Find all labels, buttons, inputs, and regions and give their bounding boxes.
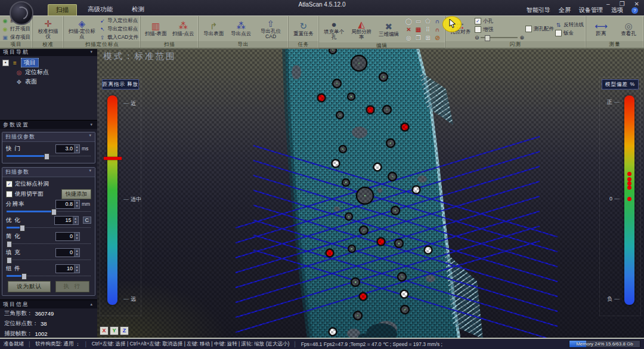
button-扫描-定位标点[interactable]: ◈扫描-定位标点 [66, 18, 98, 40]
refresh-button[interactable]: C [83, 217, 92, 224]
collapse-icon[interactable]: ▾ [90, 48, 94, 56]
param-slider[interactable] [7, 241, 91, 246]
axis-button-X[interactable]: X [100, 326, 109, 335]
button-校准扫描仪[interactable]: ✛校准扫描仪 [35, 18, 61, 40]
tree-item-root[interactable]: ▪≡项目 [2, 58, 96, 67]
param-slider[interactable] [7, 225, 91, 230]
value-spinner[interactable]: 0.8▲▼ [55, 200, 80, 209]
checkbox-使用切平面[interactable]: 使用切平面快捷添加 [6, 189, 91, 199]
button-反转法线[interactable]: ⇅反转法线 [555, 21, 584, 29]
button-查看孔[interactable]: ◎查看孔 [615, 21, 642, 36]
slider-thumb[interactable] [21, 273, 27, 280]
dot-fill-icon[interactable]: ⠿ [423, 26, 432, 33]
button-三维编辑[interactable]: ✖三维编辑 [376, 21, 402, 37]
expander-icon[interactable]: ▪ [2, 60, 9, 66]
axis-button-Y[interactable]: Y [110, 326, 119, 335]
tab-高级功能[interactable]: 高级功能 [79, 4, 121, 16]
value-spinner[interactable]: 3.0▲▼ [55, 144, 80, 153]
checkbox-测孔配件[interactable]: 测孔配件 [525, 26, 554, 33]
mesh-tool-icon[interactable]: ⊞ [423, 34, 432, 42]
param-slider[interactable] [7, 273, 91, 279]
collapse-icon[interactable]: ▾ [90, 121, 94, 129]
tab-扫描[interactable]: 扫描 [48, 4, 77, 16]
button-导出定位标点[interactable]: ➷导出定位标点 [99, 26, 138, 33]
viewport-3d[interactable]: 模式：标准范围 距离指示 释放—近—适中—远 模型偏差 %正—0—负— XYZ [97, 47, 644, 339]
grid-fill-icon[interactable]: ▦ [414, 26, 423, 33]
slider-track[interactable] [481, 37, 518, 38]
spinner-arrows[interactable]: ▲▼ [74, 265, 79, 273]
button-扫描-表面[interactable]: ▥扫描-表面 [143, 21, 169, 36]
value-spinner[interactable]: 0▲▼ [55, 232, 80, 241]
rect-select-icon[interactable]: ▭ [414, 17, 423, 25]
menu-设备管理[interactable]: 设备管理 [579, 6, 603, 14]
button-导出点云[interactable]: ⁂导出点云 [228, 21, 254, 36]
slider-thumb[interactable] [20, 225, 25, 231]
bridge-tool2-icon[interactable]: ∩ [433, 26, 442, 33]
collapse-icon[interactable]: ▴ [90, 300, 94, 308]
collapse-icon[interactable]: ▾ [89, 168, 92, 173]
plus-icon[interactable]: ⊕ [519, 35, 524, 41]
delete-selection-icon[interactable]: ✕ [404, 26, 413, 33]
tab-检测[interactable]: 检测 [123, 4, 153, 16]
button-载入CAD文件[interactable]: ⇪载入CAD文件 [99, 34, 138, 41]
slider-thumb[interactable] [485, 35, 490, 41]
spin-down-icon[interactable]: ▼ [75, 149, 79, 153]
button-填充单个孔[interactable]: ●填充单个孔 [321, 19, 347, 41]
spin-down-icon[interactable]: ▼ [73, 220, 78, 224]
ellipse-select-icon[interactable]: ◯ [404, 17, 413, 25]
project-info-header[interactable]: 项目信息▴ [0, 299, 97, 308]
slider-thumb[interactable] [51, 209, 57, 215]
checkbox-定位标点补洞[interactable]: ✓定位标点补洞 [6, 179, 91, 189]
slider-thumb[interactable] [7, 241, 12, 248]
spin-down-icon[interactable]: ▼ [75, 268, 79, 273]
window-tool-icon[interactable]: ❐ [414, 34, 423, 42]
param-slider[interactable] [7, 257, 91, 262]
spinner-arrows[interactable]: ▲▼ [74, 145, 79, 153]
spinner-arrows[interactable]: ▲▼ [73, 217, 78, 224]
spin-down-icon[interactable]: ▼ [75, 252, 79, 257]
slider-thumb[interactable] [7, 257, 12, 264]
clear-tool-icon[interactable]: ⊘ [433, 34, 442, 42]
circle-tool-icon[interactable]: ◎ [404, 34, 413, 42]
button-局部分辨率[interactable]: ◭局部分辨率 [348, 19, 374, 41]
collapse-icon[interactable]: ▾ [89, 133, 92, 138]
spinner-arrows[interactable]: ▲▼ [74, 200, 79, 208]
button-重置任务[interactable]: ↻重置任务 [290, 21, 317, 36]
slider-thumb[interactable] [44, 153, 49, 160]
button-导入定位标点[interactable]: ➹导入定位标点 [99, 17, 138, 24]
menu-全屏[interactable]: 全屏 [559, 6, 571, 14]
button-距离[interactable]: ⟷距离 [588, 21, 614, 36]
spinner-arrows[interactable]: ▲▼ [74, 233, 79, 240]
menu-选项[interactable]: 选项 [611, 6, 623, 14]
checkbox-小孔[interactable]: ✓小孔 [475, 18, 524, 25]
button-保存项目[interactable]: ▣保存项目 [2, 34, 30, 41]
spin-down-icon[interactable]: ▼ [75, 204, 79, 208]
app-logo-icon[interactable] [10, 1, 33, 25]
button-导出孔位CAD[interactable]: ⇧导出孔位CAD [255, 18, 286, 40]
tree-item-定位标点[interactable]: ◎定位标点 [2, 67, 96, 77]
button-导出表面[interactable]: ↱导出表面 [200, 21, 227, 36]
polygon-select-icon[interactable]: ⬠ [423, 17, 432, 25]
tree-item-表面[interactable]: ✥表面 [2, 77, 96, 87]
value-spinner[interactable]: 0▲▼ [55, 248, 80, 257]
value-spinner[interactable]: 15▲▼ [54, 216, 79, 225]
spinner-arrows[interactable]: ▲▼ [74, 249, 79, 257]
checkbox-钣金[interactable]: 钣金 [555, 30, 584, 37]
checkbox-增强[interactable]: 增强 [475, 26, 524, 33]
execute-button[interactable]: 执 行 [55, 281, 89, 292]
set-default-button[interactable]: 设为默认 [8, 281, 51, 292]
help-icon[interactable]: ? [631, 7, 638, 14]
axis-button-Z[interactable]: Z [120, 326, 129, 335]
quick-add-button[interactable]: 快捷添加 [61, 189, 91, 199]
bridge-tool-icon[interactable]: ∩ [433, 17, 442, 25]
minus-icon[interactable]: ⊖ [475, 35, 479, 41]
param-slider[interactable] [7, 209, 91, 214]
button-打开项目[interactable]: ◉打开项目 [2, 26, 30, 33]
menu-智能引导[interactable]: 智能引导 [527, 6, 550, 14]
param-slider[interactable] [7, 153, 91, 159]
ribbon-slider[interactable]: ⊖⊕ [475, 35, 524, 41]
spin-down-icon[interactable]: ▼ [75, 236, 79, 240]
button-扫描-点云[interactable]: ⁂扫描-点云 [170, 21, 196, 36]
value-spinner[interactable]: 10▲▼ [55, 264, 80, 273]
params-header[interactable]: 参数设置▾ [0, 120, 97, 129]
